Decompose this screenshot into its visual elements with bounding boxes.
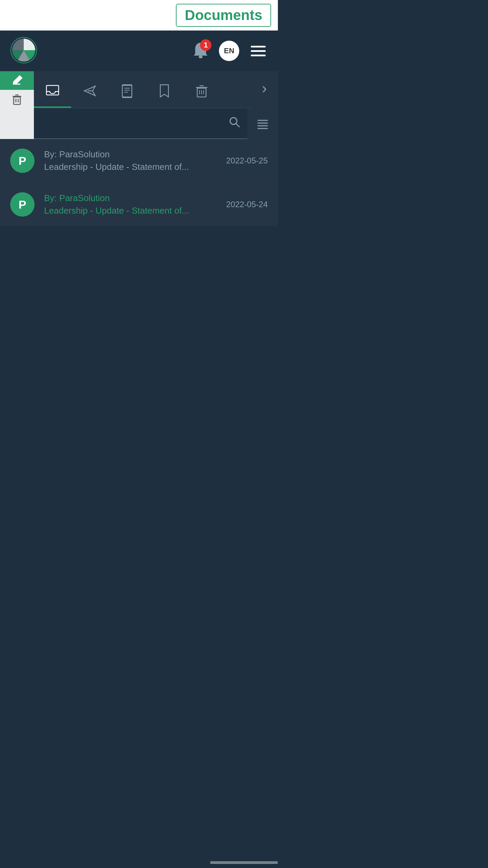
document-item[interactable]: P By: ParaSolution Leadership - Update -… bbox=[0, 183, 278, 226]
header-right: 1 EN bbox=[192, 41, 268, 61]
search-input[interactable] bbox=[41, 118, 228, 129]
list-view-button[interactable] bbox=[247, 108, 278, 139]
tab-document[interactable] bbox=[108, 74, 146, 108]
search-row bbox=[0, 108, 278, 139]
hamburger-menu[interactable] bbox=[249, 44, 268, 58]
doc-date: 2022-05-24 bbox=[226, 200, 268, 209]
tab-delete[interactable] bbox=[183, 74, 220, 108]
top-bar: Documents bbox=[0, 0, 278, 31]
toolbar-trash-button[interactable] bbox=[0, 90, 34, 108]
toolbar-left-actions bbox=[0, 71, 34, 108]
edit-button[interactable] bbox=[0, 71, 34, 90]
doc-title: Leadership - Update - Statement of... bbox=[44, 162, 219, 172]
tab-inbox[interactable] bbox=[34, 74, 71, 108]
tab-bookmark[interactable] bbox=[146, 74, 183, 108]
doc-info: By: ParaSolution Leadership - Update - S… bbox=[44, 149, 219, 172]
svg-point-1 bbox=[199, 56, 203, 58]
main-content bbox=[0, 226, 278, 633]
document-item[interactable]: P By: ParaSolution Leadership - Update -… bbox=[0, 139, 278, 183]
avatar: P bbox=[10, 192, 35, 217]
tab-send[interactable] bbox=[71, 74, 108, 108]
svg-line-22 bbox=[236, 124, 239, 127]
logo[interactable] bbox=[10, 37, 37, 65]
language-selector[interactable]: EN bbox=[219, 41, 239, 61]
doc-info: By: ParaSolution Leadership - Update - S… bbox=[44, 193, 219, 216]
notification-badge: 1 bbox=[200, 39, 211, 51]
document-list: P By: ParaSolution Leadership - Update -… bbox=[0, 139, 278, 226]
more-tabs-button[interactable]: › bbox=[251, 71, 278, 105]
header: 1 EN bbox=[0, 31, 278, 71]
search-wrapper bbox=[34, 108, 247, 139]
toolbar: › bbox=[0, 71, 278, 108]
search-left-spacer bbox=[0, 108, 34, 139]
search-icon[interactable] bbox=[228, 116, 241, 131]
avatar: P bbox=[10, 149, 35, 173]
doc-author: By: ParaSolution bbox=[44, 193, 219, 203]
svg-rect-14 bbox=[122, 85, 132, 98]
svg-rect-10 bbox=[122, 85, 132, 97]
doc-author: By: ParaSolution bbox=[44, 149, 219, 160]
page-title: Documents bbox=[176, 4, 271, 27]
toolbar-tabs bbox=[34, 71, 251, 108]
doc-title: Leadership - Update - Statement of... bbox=[44, 205, 219, 216]
doc-date: 2022-05-25 bbox=[226, 156, 268, 165]
notification-button[interactable]: 1 bbox=[192, 41, 209, 60]
